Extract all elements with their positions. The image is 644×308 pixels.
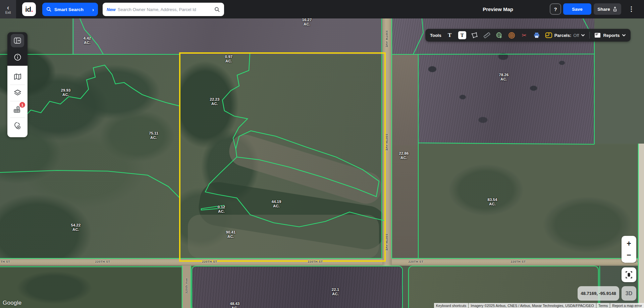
chevron-down-icon: [622, 34, 626, 37]
new-badge: New: [107, 7, 116, 12]
layers-button[interactable]: [11, 86, 24, 100]
smart-search-button[interactable]: Smart Search ›: [42, 3, 98, 16]
add-location-icon: [13, 122, 21, 130]
cut-button[interactable]: ✂: [520, 31, 528, 39]
chevron-down-icon: [581, 34, 585, 37]
panel-toggle-button[interactable]: [11, 34, 24, 47]
parcels-state: Off: [573, 33, 579, 38]
search-icon: [46, 7, 52, 12]
measure-button[interactable]: [483, 31, 491, 39]
text-box-tool-button[interactable]: T: [458, 31, 466, 39]
google-logo[interactable]: Google: [3, 300, 22, 306]
text-box-tool-icon: T: [461, 33, 464, 38]
report-map-error-link[interactable]: Report a map error: [610, 303, 644, 308]
info-icon: [14, 53, 21, 61]
top-header-bar: ‹ Exit id. Smart Search › New Preview Ma…: [0, 0, 644, 18]
chevron-right-icon: ›: [92, 7, 94, 12]
search-input[interactable]: [118, 7, 214, 12]
reports-label: Reports: [603, 33, 620, 38]
toolbar-divider: [589, 32, 590, 39]
keyboard-shortcuts-link[interactable]: Keyboard shortcuts: [434, 303, 468, 308]
zoom-out-button[interactable]: −: [627, 251, 631, 259]
web-cursor-icon: [496, 32, 503, 39]
info-button[interactable]: [11, 51, 24, 64]
overflow-menu-button[interactable]: ⋮: [628, 5, 635, 13]
zoom-in-button[interactable]: +: [627, 240, 631, 247]
logo-dot: .: [31, 5, 33, 13]
polygon-select-icon: [471, 32, 478, 39]
radius-icon: [508, 32, 515, 39]
basemap-button[interactable]: [11, 70, 24, 83]
reports-dropdown[interactable]: Reports: [594, 32, 626, 38]
add-location-button[interactable]: [11, 119, 24, 133]
left-sidebar: 1: [7, 32, 28, 137]
divider: [10, 117, 25, 118]
map-attribution-bar: Keyboard shortcuts Imagery ©2025 Airbus,…: [434, 303, 644, 308]
panel-toggle-icon: [14, 37, 21, 44]
web-cursor-button[interactable]: [495, 31, 503, 39]
search-field-container: New: [103, 3, 224, 16]
reports-icon: [594, 32, 601, 38]
map-toolbar: Tools T T: [425, 29, 631, 42]
smart-search-label: Smart Search: [54, 7, 84, 12]
app-logo[interactable]: id.: [22, 2, 36, 16]
terms-link[interactable]: Terms: [596, 303, 610, 308]
print-icon: [533, 32, 540, 39]
3d-view-button[interactable]: 3D: [622, 286, 636, 301]
parcel-lines-overlay: [0, 0, 644, 308]
radius-button[interactable]: [508, 31, 516, 39]
search-icon[interactable]: [214, 7, 220, 12]
share-label: Share: [597, 7, 610, 12]
sidebar-dark-section: [7, 32, 28, 66]
parcels-icon: [545, 32, 552, 39]
notification-badge: 1: [19, 101, 26, 108]
layers-icon: [14, 89, 21, 97]
basemap-icon: [14, 73, 21, 80]
parcels-nearby-button[interactable]: 1: [11, 103, 24, 116]
zoom-control: + −: [622, 236, 636, 263]
cursor-coordinates: 48.7169, -95.9148: [578, 286, 619, 301]
cut-icon: ✂: [522, 32, 527, 39]
exit-label: Exit: [5, 11, 11, 14]
back-chevron-icon: ‹: [7, 4, 9, 10]
parcels-label: Parcels:: [554, 33, 572, 38]
share-icon: [612, 6, 618, 12]
imagery-credit: Imagery ©2025 Airbus, CNES / Airbus, Max…: [469, 303, 596, 308]
sidebar-light-section: 1: [7, 66, 28, 137]
divider: [10, 85, 25, 85]
share-button[interactable]: Share: [594, 3, 621, 15]
recenter-button[interactable]: [622, 267, 636, 282]
text-tool-icon: T: [448, 32, 451, 39]
print-button[interactable]: [533, 31, 541, 39]
app-root: 4.42AC.16.27AC.0.97AC.29.93AC.22.23AC.75…: [0, 0, 644, 308]
preview-map-button[interactable]: Preview Map: [483, 0, 513, 18]
selected-parcel-outline[interactable]: [180, 53, 385, 261]
exit-button[interactable]: ‹ Exit: [0, 0, 16, 18]
parcels-dropdown[interactable]: Parcels: Off: [545, 32, 585, 39]
save-button[interactable]: Save: [563, 3, 591, 15]
parcel-boundaries: [0, 18, 638, 308]
help-button[interactable]: ?: [550, 3, 561, 15]
logo-text: id: [25, 5, 31, 13]
text-tool-button[interactable]: T: [446, 31, 454, 39]
polygon-select-button[interactable]: [471, 31, 479, 39]
tools-label: Tools: [430, 33, 441, 38]
measure-icon: [483, 32, 490, 39]
focus-frame-icon: [625, 271, 633, 278]
